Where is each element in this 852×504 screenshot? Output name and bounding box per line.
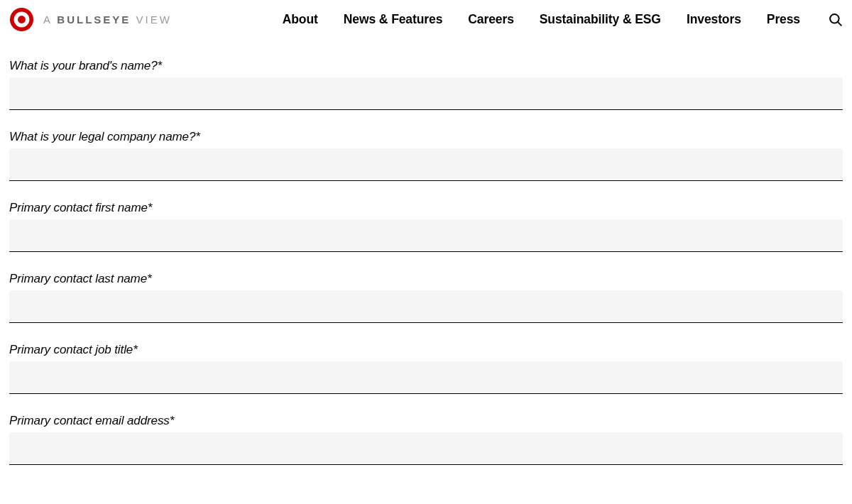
nav-press[interactable]: Press bbox=[767, 12, 800, 27]
field-brand-name: What is your brand's name?* bbox=[9, 59, 843, 110]
label-brand-name: What is your brand's name?* bbox=[9, 59, 843, 73]
field-legal-company-name: What is your legal company name?* bbox=[9, 130, 843, 181]
tagline-prefix: A bbox=[43, 13, 57, 26]
input-email[interactable] bbox=[9, 432, 843, 465]
label-job-title: Primary contact job title* bbox=[9, 343, 843, 357]
field-job-title: Primary contact job title* bbox=[9, 343, 843, 394]
search-button[interactable] bbox=[829, 13, 843, 27]
site-header: A BULLSEYE VIEW About News & Features Ca… bbox=[0, 0, 852, 39]
bullseye-logo-icon bbox=[9, 7, 34, 32]
label-email: Primary contact email address* bbox=[9, 414, 843, 428]
search-icon bbox=[829, 13, 843, 27]
nav-careers[interactable]: Careers bbox=[468, 12, 514, 27]
nav-investors[interactable]: Investors bbox=[687, 12, 741, 27]
nav-news-features[interactable]: News & Features bbox=[344, 12, 443, 27]
input-brand-name[interactable] bbox=[9, 77, 843, 110]
field-last-name: Primary contact last name* bbox=[9, 272, 843, 323]
svg-line-4 bbox=[838, 22, 841, 26]
input-job-title[interactable] bbox=[9, 361, 843, 394]
input-first-name[interactable] bbox=[9, 219, 843, 252]
nav-about[interactable]: About bbox=[283, 12, 318, 27]
field-email: Primary contact email address* bbox=[9, 414, 843, 465]
nav-sustainability-esg[interactable]: Sustainability & ESG bbox=[540, 12, 661, 27]
primary-nav: About News & Features Careers Sustainabi… bbox=[283, 12, 843, 27]
label-first-name: Primary contact first name* bbox=[9, 201, 843, 215]
svg-point-2 bbox=[18, 16, 26, 23]
supplier-form: What is your brand's name?* What is your… bbox=[0, 59, 852, 465]
input-last-name[interactable] bbox=[9, 290, 843, 323]
label-legal-company-name: What is your legal company name?* bbox=[9, 130, 843, 144]
label-last-name: Primary contact last name* bbox=[9, 272, 843, 286]
input-legal-company-name[interactable] bbox=[9, 148, 843, 181]
logo-area[interactable]: A BULLSEYE VIEW bbox=[9, 7, 172, 32]
svg-point-3 bbox=[830, 14, 839, 23]
field-first-name: Primary contact first name* bbox=[9, 201, 843, 252]
tagline: A BULLSEYE VIEW bbox=[43, 13, 172, 26]
tagline-bold: BULLSEYE bbox=[57, 13, 131, 26]
tagline-suffix: VIEW bbox=[131, 13, 172, 26]
